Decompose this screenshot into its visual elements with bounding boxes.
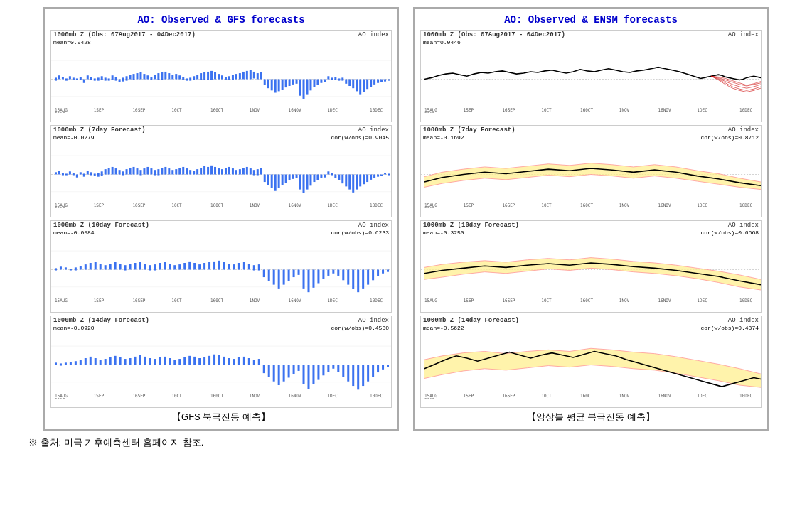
svg-rect-178 — [292, 175, 294, 179]
ensm-14day-header: 1000mb Z (14day Forecast) AO index — [421, 316, 761, 325]
svg-rect-54 — [235, 74, 237, 79]
svg-rect-323 — [169, 358, 171, 365]
svg-rect-263 — [273, 270, 275, 285]
gfs-10day-mean: mean=-0.0584 — [53, 230, 95, 236]
svg-rect-277 — [342, 270, 344, 281]
svg-rect-348 — [293, 365, 295, 374]
svg-rect-279 — [352, 270, 354, 289]
svg-rect-182 — [306, 175, 309, 190]
ensm-7day-stats: mean=-0.1692 cor(w/obs)=0.8712 — [421, 134, 761, 141]
svg-text:1DEC: 1DEC — [327, 393, 338, 398]
left-panel-title: AO: Observed & GFS forecasts — [50, 14, 392, 26]
svg-rect-202 — [377, 175, 379, 177]
ensm-obs-chart: 1000mb Z (Obs: 07Aug2017 - 04Dec2017) AO… — [420, 30, 762, 122]
svg-rect-94 — [377, 80, 379, 83]
gfs-14day-header-left: 1000mb Z (14day Forecast) — [53, 317, 149, 324]
svg-text:16SEP: 16SEP — [133, 298, 146, 303]
svg-rect-280 — [357, 270, 359, 293]
svg-rect-150 — [193, 171, 195, 174]
svg-rect-164 — [242, 168, 245, 175]
svg-rect-187 — [324, 175, 326, 178]
svg-rect-87 — [352, 80, 354, 89]
svg-rect-137 — [146, 167, 149, 175]
ensm-14day-area: 15AUG 2017 1SEP 16SEP 10CT 160CT 1NOV 16… — [421, 331, 761, 399]
gfs-14day-svg: 15AUG 2017 1SEP 16SEP 10CT 160CT 1NOV 16… — [51, 331, 391, 399]
svg-rect-92 — [370, 80, 372, 87]
ensm-7day-svg: 15AUG 2017 1SEP 16SEP 10CT 160CT 1NOV 16… — [421, 141, 761, 208]
svg-rect-116 — [73, 173, 75, 175]
svg-rect-364 — [372, 365, 374, 377]
svg-text:2017: 2017 — [55, 112, 65, 113]
gfs-7day-svg: 15AUG 2017 1SEP 16SEP 10CT 160CT 1NOV 16… — [51, 141, 391, 208]
svg-rect-276 — [337, 270, 339, 276]
svg-text:160CT: 160CT — [210, 393, 223, 398]
svg-text:16SEP: 16SEP — [133, 393, 146, 398]
svg-rect-236 — [139, 262, 141, 270]
svg-rect-321 — [159, 357, 161, 365]
svg-rect-160 — [228, 167, 230, 175]
svg-text:16NOV: 16NOV — [289, 203, 301, 207]
gfs-14day-stats: mean=-0.0920 cor(w/obs)=0.4530 — [51, 325, 391, 331]
svg-rect-37 — [175, 74, 177, 79]
svg-rect-40 — [186, 78, 188, 80]
ensm-7day-header: 1000mb Z (7day Forecast) AO index — [421, 126, 761, 134]
svg-text:16SEP: 16SEP — [503, 393, 515, 398]
ensm-14day-stats: mean=-0.5622 cor(w/obs)=0.4374 — [421, 325, 761, 331]
svg-rect-177 — [289, 175, 291, 180]
svg-rect-365 — [377, 365, 379, 373]
svg-rect-197 — [359, 175, 361, 187]
svg-rect-119 — [83, 173, 85, 176]
svg-rect-169 — [260, 168, 262, 175]
svg-rect-135 — [139, 170, 141, 175]
svg-rect-251 — [213, 262, 215, 270]
svg-text:1DEC: 1DEC — [327, 298, 338, 303]
svg-rect-131 — [126, 169, 128, 174]
svg-rect-153 — [203, 166, 205, 175]
svg-rect-246 — [188, 262, 191, 270]
svg-rect-360 — [352, 365, 354, 387]
svg-text:10DEC: 10DEC — [739, 203, 752, 207]
svg-rect-366 — [382, 365, 384, 370]
svg-rect-305 — [80, 360, 82, 365]
svg-rect-334 — [223, 357, 225, 365]
ensm-7day-cor: cor(w/obs)=0.8712 — [700, 134, 759, 141]
footer-note: ※ 출처: 미국 기후예측센터 홈페이지 참조. — [7, 436, 805, 449]
svg-rect-239 — [154, 264, 156, 270]
svg-text:10DEC: 10DEC — [739, 298, 752, 303]
svg-rect-352 — [312, 365, 314, 384]
svg-rect-328 — [193, 357, 196, 365]
svg-rect-86 — [348, 80, 351, 87]
svg-rect-253 — [223, 262, 225, 270]
svg-rect-311 — [109, 357, 112, 365]
svg-text:1NOV: 1NOV — [250, 393, 260, 398]
svg-rect-35 — [168, 73, 170, 79]
svg-rect-270 — [307, 270, 309, 293]
svg-rect-312 — [114, 356, 117, 365]
svg-rect-48 — [214, 72, 216, 80]
svg-text:1NOV: 1NOV — [619, 393, 630, 398]
svg-rect-33 — [161, 72, 163, 80]
svg-rect-171 — [267, 175, 269, 185]
svg-rect-184 — [313, 175, 315, 183]
svg-rect-175 — [282, 175, 284, 185]
svg-rect-83 — [338, 78, 340, 80]
svg-rect-242 — [169, 264, 171, 269]
svg-rect-18 — [108, 78, 110, 80]
svg-rect-180 — [299, 175, 301, 190]
svg-rect-300 — [55, 362, 57, 365]
svg-rect-32 — [157, 73, 159, 80]
svg-rect-332 — [213, 355, 215, 365]
gfs-14day-chart: 1000mb Z (14day Forecast) AO index mean=… — [50, 316, 392, 408]
svg-rect-204 — [384, 173, 386, 174]
svg-rect-361 — [357, 365, 359, 390]
svg-rect-52 — [228, 76, 230, 80]
right-caption: 【앙상블 평균 북극진동 예측】 — [420, 411, 762, 424]
svg-rect-222 — [70, 269, 72, 270]
svg-rect-205 — [388, 173, 390, 175]
svg-text:1SEP: 1SEP — [94, 393, 105, 398]
svg-rect-59 — [253, 72, 255, 79]
svg-rect-5 — [62, 77, 64, 79]
svg-rect-316 — [134, 357, 137, 365]
svg-text:1NOV: 1NOV — [250, 298, 260, 303]
svg-rect-155 — [210, 166, 213, 175]
